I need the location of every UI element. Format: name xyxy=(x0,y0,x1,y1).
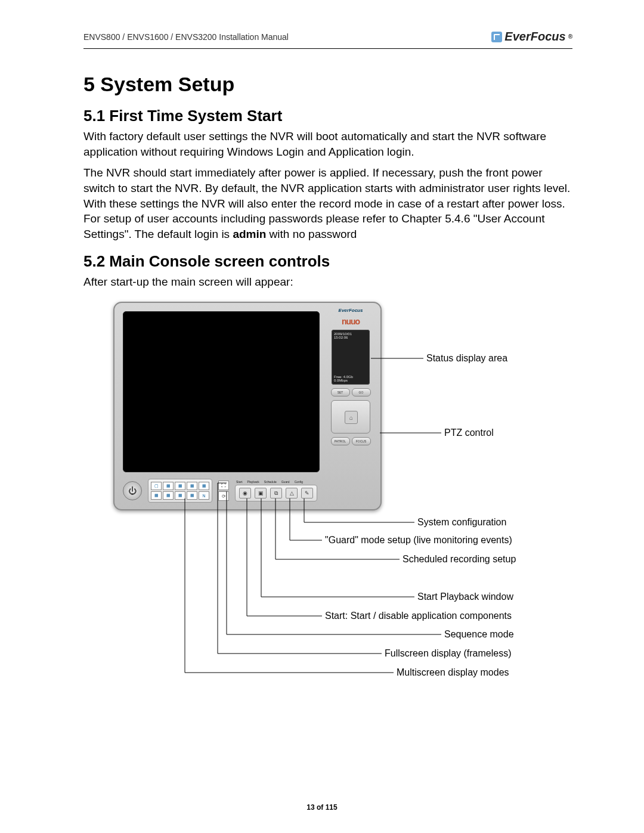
power-button[interactable]: ⏻ xyxy=(123,481,142,500)
brand-reg: ® xyxy=(568,33,572,40)
go-button[interactable]: GO xyxy=(352,388,371,397)
set-go-row: SET GO xyxy=(331,388,371,397)
grid-6-icon[interactable]: ▦ xyxy=(175,482,185,490)
grid-36-icon[interactable]: ▦ xyxy=(187,491,197,500)
header-rule xyxy=(83,48,572,49)
menu-block: Start Playback Schedule Guard Config ◉ ▣… xyxy=(235,480,317,501)
h2-first-time: 5.1 First Time System Start xyxy=(83,107,572,125)
grid-4-icon[interactable]: ▦ xyxy=(163,482,174,490)
fullscreen-button[interactable]: ⛶ xyxy=(218,481,229,490)
callout-config: System configuration xyxy=(417,517,506,528)
menu-label-playback: Playback xyxy=(247,480,259,484)
callout-start: Start: Start / disable application compo… xyxy=(325,611,512,621)
sidebar-brand: EverFocus xyxy=(329,308,372,313)
callout-ptz: PTZ control xyxy=(444,428,494,438)
grid-16-icon[interactable]: ▦ xyxy=(163,491,174,500)
grid-25-icon[interactable]: ▦ xyxy=(175,491,185,500)
page: ENVS800 / ENVS1600 / ENVS3200 Installati… xyxy=(0,0,644,833)
menu-label-schedule: Schedule xyxy=(264,480,277,484)
brand-logo: EverFocus ® xyxy=(491,30,572,44)
callout-schedule: Scheduled recording setup xyxy=(402,554,516,565)
grid-1-icon[interactable]: ▢ xyxy=(151,482,162,490)
console-sidebar: EverFocus nuuo 2009/10/01 15:02:06 Free:… xyxy=(327,308,374,445)
fullscreen-seq-col: ⛶ ⟳ xyxy=(218,481,229,501)
callout-fullscreen: Fullscreen display (frameless) xyxy=(385,648,512,659)
playback-button[interactable]: ▣ xyxy=(255,488,267,498)
console-bottom-bar: ⏻ ▢ ▦ ▦ ▦ ▦ ▦ ▦ ▦ ▦ N ⛶ ⟳ xyxy=(123,477,374,504)
brand-name: EverFocus xyxy=(504,30,565,44)
callout-guard: "Guard" mode setup (live monitoring even… xyxy=(325,535,512,546)
callout-status: Status display area xyxy=(426,353,507,364)
start-button[interactable]: ◉ xyxy=(239,488,251,498)
status-rate: 0.0Mbps xyxy=(334,379,367,382)
ptz-dpad[interactable]: ⌂ xyxy=(331,400,370,433)
callout-multiscreen: Multiscreen display modes xyxy=(397,667,509,678)
p-51-2: The NVR should start immediately after p… xyxy=(83,165,572,241)
brand-mark-icon xyxy=(491,32,502,42)
page-header: ENVS800 / ENVS1600 / ENVS3200 Installati… xyxy=(83,30,572,44)
status-time: 15:02:06 xyxy=(334,336,367,339)
callout-sequence: Sequence mode xyxy=(444,629,514,640)
p-51-2b: with no password xyxy=(266,228,357,240)
grid-n-icon[interactable]: N xyxy=(199,491,209,500)
guard-button[interactable]: △ xyxy=(286,488,298,498)
menu-label-guard: Guard xyxy=(281,480,290,484)
callout-playback: Start Playback window xyxy=(417,592,513,602)
schedule-button[interactable]: ⧉ xyxy=(270,488,282,498)
menu-labels: Start Playback Schedule Guard Config xyxy=(235,480,317,484)
h1-system-setup: 5 System Setup xyxy=(83,73,572,96)
status-display: 2009/10/01 15:02:06 Free: 4.0Gb 0.0Mbps xyxy=(332,330,370,385)
page-number: 13 of 115 xyxy=(0,803,644,812)
doc-title: ENVS800 / ENVS1600 / ENVS3200 Installati… xyxy=(83,32,289,42)
p-52-1: After start-up the main screen will appe… xyxy=(83,274,572,290)
sequence-button[interactable]: ⟳ xyxy=(218,491,229,501)
sidebar-powered-logo: nuuo xyxy=(329,317,372,326)
menu-buttons: ◉ ▣ ⧉ △ ✎ xyxy=(235,485,317,501)
video-viewport xyxy=(123,311,320,472)
config-button[interactable]: ✎ xyxy=(301,488,313,498)
p-51-2-admin: admin xyxy=(233,228,266,240)
ptz-home-icon[interactable]: ⌂ xyxy=(345,411,358,424)
grid-10-icon[interactable]: ▦ xyxy=(199,482,209,490)
patrol-focus-row: PATROL FOCUS xyxy=(331,437,371,445)
h2-main-console: 5.2 Main Console screen controls xyxy=(83,252,572,271)
patrol-button[interactable]: PATROL xyxy=(331,437,350,445)
multiscreen-grid-buttons[interactable]: ▢ ▦ ▦ ▦ ▦ ▦ ▦ ▦ ▦ N xyxy=(148,479,212,503)
menu-label-start: Start xyxy=(236,480,243,484)
p-51-1: With factory default user settings the N… xyxy=(83,129,572,159)
menu-label-config: Config xyxy=(295,480,303,484)
grid-13-icon[interactable]: ▦ xyxy=(151,491,162,500)
grid-9-icon[interactable]: ▦ xyxy=(187,482,197,490)
set-button[interactable]: SET xyxy=(331,388,350,397)
focus-button[interactable]: FOCUS xyxy=(352,437,371,445)
console-window: EverFocus nuuo 2009/10/01 15:02:06 Free:… xyxy=(113,302,382,510)
figure-console-diagram: EverFocus nuuo 2009/10/01 15:02:06 Free:… xyxy=(83,302,572,695)
